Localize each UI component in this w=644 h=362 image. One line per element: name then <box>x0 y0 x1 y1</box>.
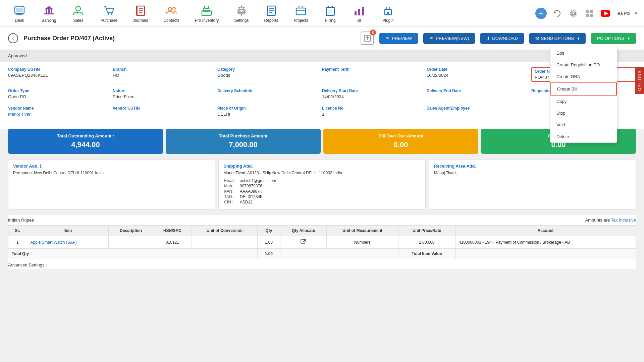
pro-inventory-icon <box>200 4 213 17</box>
nav-item-contacts[interactable]: Contacts <box>157 1 185 25</box>
menu-item-create-grn[interactable]: Create GRN <box>550 71 617 82</box>
receiving-address-box: Receiving Area Add. Manoj Tivari, <box>429 159 636 209</box>
nav-item-banking[interactable]: Banking <box>36 1 62 25</box>
delivery-schedule-label: Delivery Schedule <box>217 88 315 93</box>
preview-new-button[interactable]: 👁 PREVIEW(NEW) <box>423 33 475 44</box>
total-empty <box>280 249 398 259</box>
menu-item-delete[interactable]: Delete <box>550 131 617 142</box>
nav-item-settings[interactable]: Settings <box>228 1 255 25</box>
contacts-icon <box>165 4 178 17</box>
svg-rect-40 <box>387 12 389 14</box>
nav-item-purchase[interactable]: Purchase <box>94 1 123 25</box>
col-sr: Sr. <box>8 226 27 236</box>
nav-item-reports[interactable]: Reports <box>258 1 284 25</box>
row-description <box>109 236 153 249</box>
tax-inclusive-link[interactable]: Tax Inclusive <box>611 218 636 223</box>
svg-rect-31 <box>326 7 334 15</box>
nav-item-desk[interactable]: Desk <box>7 1 32 25</box>
vendor-name-value[interactable]: Manoj Tivari <box>8 112 106 117</box>
svg-marker-5 <box>44 6 54 9</box>
field-nature: Nature Price Fixed <box>113 88 217 99</box>
svg-rect-7 <box>48 9 50 13</box>
shipping-address-link[interactable]: Shipping Add. <box>223 164 253 169</box>
desk-icon <box>13 4 26 17</box>
back-button[interactable]: ‹ <box>8 33 18 43</box>
total-item-value-label: Total Item Value <box>398 249 455 259</box>
field-order-date: Order Date 16/02/2024 <box>427 67 531 82</box>
vendor-address-link[interactable]: Vendor Add. <box>13 164 39 169</box>
status-label: Approved <box>8 53 27 58</box>
vendor-info-icon[interactable]: ℹ <box>40 164 42 169</box>
nav-item-pro-inventory[interactable]: Pro Inventory <box>189 1 225 25</box>
user-menu[interactable]: Tea Poi <box>616 11 630 16</box>
status-bar: Approved <box>0 50 644 62</box>
purchase-label: Purchase <box>100 18 117 23</box>
po-options-button[interactable]: PO OPTIONS ▾ <box>591 33 636 44</box>
vendor-gstin-label: Vendor GSTIN <box>113 106 211 111</box>
vendor-name-label: Vendor Name <box>8 106 106 111</box>
settings-label: Settings <box>234 18 249 23</box>
menu-item-stop[interactable]: Stop <box>550 107 617 119</box>
fields-row-2: Order Type Open PO Nature Price Fixed De… <box>8 88 636 99</box>
branch-label: Branch <box>113 67 211 72</box>
col-unit-measurement: Unit of Measurement <box>327 226 398 236</box>
send-options-button[interactable]: ✉ SEND OPTIONS ▾ <box>529 33 586 44</box>
field-order-type: Order Type Open PO <box>8 88 113 99</box>
shipping-address-details: Email : ashish1@gmail.com Mob : 98798798… <box>223 178 277 205</box>
row-item[interactable]: Apple Smart Watch (S&P) <box>27 236 108 249</box>
attachment-badge: 0 <box>370 29 376 36</box>
menu-item-void[interactable]: Void <box>550 119 617 131</box>
journals-icon <box>134 4 147 17</box>
purchase-amount-card: Total Purchase Amount 7,000.00 <box>166 129 321 154</box>
attachment-button[interactable]: 0 <box>361 32 374 45</box>
nature-value: Price Fixed <box>113 94 211 99</box>
menu-item-create-bill[interactable]: Create Bill <box>550 82 617 96</box>
cin-value: ASD12 <box>240 200 276 204</box>
tax-inclusive-label: Amounts are Tax Inclusive <box>585 218 636 223</box>
nav-item-sales[interactable]: Sales <box>65 1 91 25</box>
field-company-gstin: Company GSTIN 09ASEPQ2345K1Z1 <box>8 67 113 82</box>
add-button[interactable]: + <box>535 8 547 19</box>
vendor-address-text: Permanent New Delhi Central DELHI 110001… <box>13 170 210 176</box>
sync-icon[interactable] <box>551 8 563 19</box>
settings-icon <box>235 4 248 17</box>
menu-item-create-requisition-po[interactable]: Create Requisition PO <box>550 59 617 71</box>
nav-item-journals[interactable]: Journals <box>127 1 154 25</box>
outstanding-card-title: Total Outstanding Amount : <box>15 133 156 138</box>
col-item: Item <box>27 226 108 236</box>
sales-agent-label: Sales Agent/Employee <box>427 106 525 111</box>
table-row: 1 Apple Smart Watch (S&P) 010121 1.00 Nu… <box>8 236 636 249</box>
nav-item-projects[interactable]: Projects <box>288 1 314 25</box>
pan-label: PAN : <box>224 189 239 194</box>
grid-icon[interactable] <box>584 8 595 19</box>
svg-rect-29 <box>296 8 306 15</box>
col-hsn: HSN/SAC <box>153 226 192 236</box>
licence-no-value: 1 <box>322 112 420 117</box>
options-side-tab[interactable]: OPTIONS <box>635 67 644 94</box>
preview-button[interactable]: 👁 PREVIEW <box>379 33 418 44</box>
nav-right: + Tea Poi ▾ <box>535 8 637 19</box>
svg-line-52 <box>303 239 306 242</box>
svg-rect-1 <box>16 8 23 12</box>
nav-item-bi[interactable]: BI <box>346 1 372 25</box>
row-qty-allocate[interactable] <box>280 236 326 249</box>
row-unit-conversion <box>192 236 257 249</box>
po-options-dropdown: Edit Create Requisition PO Create GRN Cr… <box>550 47 617 143</box>
order-type-value: Open PO <box>8 94 106 99</box>
projects-label: Projects <box>294 18 308 23</box>
download-button[interactable]: ⬇ DOWNLOAD <box>480 33 524 44</box>
total-qty-value: 1.00 <box>257 249 280 259</box>
nav-item-plugin[interactable]: Plugin <box>375 1 401 25</box>
receiving-address-link[interactable]: Receiving Area Add. <box>434 164 476 169</box>
nav-item-filling[interactable]: Filling <box>318 1 343 25</box>
bill-overdue-value: 0.00 <box>330 140 472 149</box>
fields-row-1: Company GSTIN 09ASEPQ2345K1Z1 Branch HO … <box>8 67 636 82</box>
gear-icon[interactable] <box>568 8 579 19</box>
field-category: Category Goods <box>217 67 322 82</box>
row-unit-price: 2,000.00 <box>398 236 455 249</box>
menu-item-edit[interactable]: Edit <box>550 47 617 59</box>
plugin-label: Plugin <box>382 18 393 23</box>
user-chevron-icon[interactable]: ▾ <box>635 11 637 16</box>
menu-item-copy[interactable]: Copy <box>550 96 617 107</box>
youtube-icon[interactable] <box>600 8 611 19</box>
